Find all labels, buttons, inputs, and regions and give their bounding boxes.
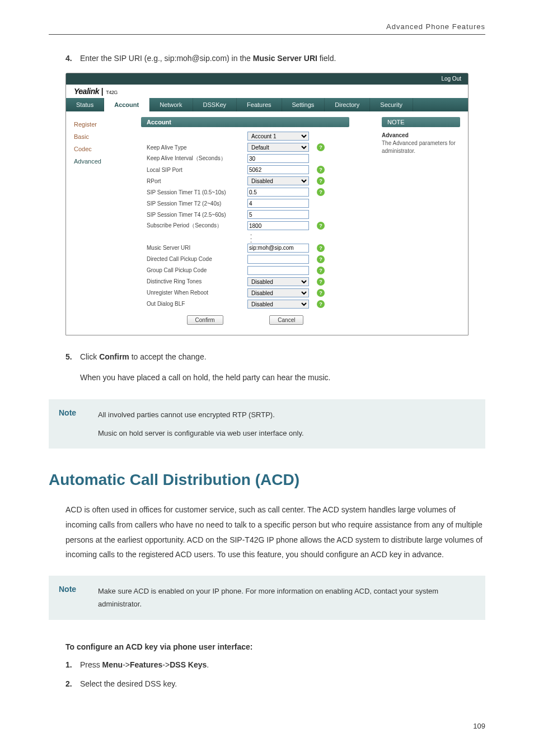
step-number: 5. [65, 352, 78, 361]
step-text-bold: Confirm [99, 352, 129, 361]
step-text: Select the desired DSS key. [80, 679, 177, 688]
help-icon[interactable]: ? [317, 278, 325, 286]
note-label: Note [59, 408, 98, 417]
directed-pickup-input[interactable] [247, 255, 309, 264]
table-row: Subscribe Period（Seconds） ? [141, 220, 377, 231]
unregister-reboot-select[interactable]: Disabled [247, 288, 309, 297]
rport-select[interactable]: Disabled [247, 176, 309, 185]
tab-directory[interactable]: Directory [325, 98, 370, 111]
row-label: Distinctive Ring Tones [141, 278, 247, 284]
table-row: SIP Session Timer T2 (2~40s) [141, 198, 377, 209]
row-label: Music Server URI [141, 245, 247, 251]
tab-security[interactable]: Security [370, 98, 413, 111]
step-4: 4. Enter the SIP URI (e.g., sip:moh@sip.… [65, 54, 485, 63]
brand-logo: Yealink | T42G [66, 85, 468, 98]
row-label: Unregister When Reboot [141, 290, 247, 296]
tab-dsskey[interactable]: DSSKey [193, 98, 237, 111]
table-row: Keep Alive Interval（Seconds） [141, 153, 377, 164]
step-number: 4. [65, 54, 78, 63]
sip-t2-input[interactable] [247, 199, 309, 208]
note-line: All involved parties cannot use encrypte… [98, 408, 304, 421]
note-block-2: Note Make sure ACD is enabled on your IP… [49, 576, 485, 620]
step-text-prefix: Click [80, 352, 99, 361]
step-text: Press [80, 660, 102, 669]
help-icon[interactable]: ? [317, 143, 325, 151]
table-row: RPort Disabled ? [141, 175, 377, 186]
ellipsis-icon: ... [141, 231, 377, 242]
distinctive-ring-select[interactable]: Disabled [247, 277, 309, 286]
help-icon[interactable]: ? [317, 267, 325, 274]
help-icon[interactable]: ? [317, 255, 325, 263]
sip-t4-input[interactable] [247, 210, 309, 219]
step-text-prefix: Enter the SIP URI (e.g., sip:moh@sip.com… [80, 54, 253, 63]
keep-alive-interval-input[interactable] [247, 154, 309, 163]
row-label: RPort [141, 178, 247, 184]
sub-heading: To configure an ACD key via phone user i… [65, 642, 485, 651]
help-icon[interactable]: ? [317, 300, 325, 308]
note-line: Music on hold server is configurable via… [98, 427, 304, 440]
brand-bar: | [99, 87, 105, 96]
note-line: Make sure ACD is enabled on your IP phon… [98, 585, 475, 611]
step-bold: DSS Keys [170, 660, 207, 669]
local-sip-port-input[interactable] [247, 165, 309, 174]
tab-account[interactable]: Account [104, 98, 149, 111]
help-icon[interactable]: ? [317, 289, 325, 297]
table-row: Group Call Pickup Code ? [141, 265, 377, 276]
music-server-uri-input[interactable] [247, 244, 309, 253]
keep-alive-type-select[interactable]: Default [247, 143, 309, 152]
side-nav: Register Basic Codec Advanced [66, 111, 138, 174]
out-dialog-blf-select[interactable]: Disabled [247, 300, 309, 309]
row-label: Subscribe Period（Seconds） [141, 222, 247, 230]
note-panel-body: The Advanced parameters for administrato… [382, 140, 456, 154]
tab-network[interactable]: Network [149, 98, 193, 111]
help-icon[interactable]: ? [317, 166, 325, 174]
follow-text: When you have placed a call on hold, the… [80, 371, 485, 385]
sip-t1-input[interactable] [247, 188, 309, 197]
tab-status[interactable]: Status [66, 98, 104, 111]
account-select[interactable]: Account 1 [247, 132, 309, 141]
sub-step-2: 2. Select the desired DSS key. [65, 679, 485, 688]
table-row: Keep Alive Type Default ? [141, 142, 377, 153]
subscribe-period-input[interactable] [247, 221, 309, 230]
row-label: Group Call Pickup Code [141, 267, 247, 273]
form-title: Account [141, 117, 349, 127]
sub-step-1: 1. Press Menu->Features->DSS Keys. [65, 660, 485, 669]
side-basic[interactable]: Basic [74, 130, 130, 143]
step-sep: -> [162, 660, 170, 669]
cancel-button[interactable]: Cancel [269, 315, 303, 325]
step-suf: . [207, 660, 209, 669]
logout-link[interactable]: Log Out [441, 76, 461, 82]
help-icon[interactable]: ? [317, 177, 325, 185]
step-text-suffix: to accept the change. [129, 352, 207, 361]
group-pickup-input[interactable] [247, 266, 309, 275]
row-label: Out Dialog BLF [141, 301, 247, 307]
page-header: Advanced Phone Features [49, 22, 485, 35]
side-codec[interactable]: Codec [74, 143, 130, 155]
confirm-button[interactable]: Confirm [187, 315, 223, 325]
step-5: 5. Click Confirm to accept the change. [65, 352, 485, 361]
table-row: Account 1 [141, 130, 377, 142]
note-panel-title: NOTE [382, 117, 460, 127]
side-register[interactable]: Register [74, 118, 130, 130]
tab-features[interactable]: Features [237, 98, 282, 111]
help-icon[interactable]: ? [317, 222, 325, 230]
step-bold: Features [130, 660, 162, 669]
table-row: Local SIP Port ? [141, 164, 377, 175]
table-row: Unregister When Reboot Disabled ? [141, 287, 377, 298]
help-icon[interactable]: ? [317, 244, 325, 252]
main-tabs: Status Account Network DSSKey Features S… [66, 98, 468, 111]
step-bold: Menu [102, 660, 123, 669]
help-icon[interactable]: ? [317, 188, 325, 196]
step-number: 2. [65, 679, 78, 688]
page-number: 109 [49, 722, 485, 730]
step-text-bold: Music Server URI [253, 54, 317, 63]
note-label: Note [59, 585, 98, 594]
row-label: Keep Alive Type [141, 144, 247, 151]
row-label: SIP Session Timer T4 (2.5~60s) [141, 212, 247, 218]
table-row: SIP Session Timer T1 (0.5~10s) ? [141, 186, 377, 198]
brand-model: T42G [106, 90, 118, 95]
row-label: Keep Alive Interval（Seconds） [141, 155, 247, 162]
side-advanced[interactable]: Advanced [74, 155, 130, 167]
brand-name: Yealink [74, 87, 99, 96]
tab-settings[interactable]: Settings [282, 98, 325, 111]
